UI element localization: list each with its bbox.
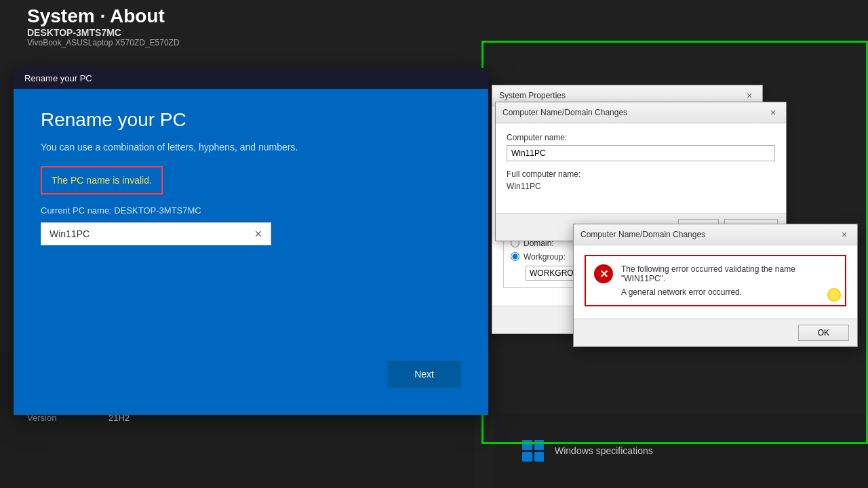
- cn-dialog-titlebar: Computer Name/Domain Changes ×: [496, 102, 786, 123]
- device-info-section: DESKTOP-3MTS7MC VivoBook_ASUSLaptop X570…: [27, 27, 180, 47]
- error-icon: ✕: [594, 264, 613, 283]
- rename-heading: Rename your PC: [41, 109, 461, 131]
- cn-computer-name-label: Computer name:: [507, 133, 775, 142]
- sys-props-title: System Properties: [499, 91, 566, 100]
- workgroup-radio[interactable]: [511, 252, 519, 261]
- rename-pc-dialog: Rename your PC Rename your PC You can us…: [14, 68, 488, 415]
- win-specs-title-2: Windows specifications: [555, 445, 653, 456]
- pc-name-input[interactable]: [41, 223, 246, 245]
- cn-full-name-field: Full computer name: Win11PC: [507, 169, 775, 191]
- cn-computer-name-input[interactable]: [507, 145, 775, 161]
- error-alert-dialog: Computer Name/Domain Changes × ✕ The fol…: [573, 224, 858, 347]
- cn-dialog-title: Computer Name/Domain Changes: [502, 108, 627, 117]
- page-title: System · About: [27, 0, 165, 27]
- cn-full-name-value: Win11PC: [507, 182, 775, 191]
- error-box: The PC name is invalid.: [41, 166, 163, 195]
- next-button[interactable]: Next: [387, 361, 461, 388]
- device-model: VivoBook_ASUSLaptop X570ZD_E570ZD: [27, 38, 180, 47]
- error-messages: The following error occurred validating …: [621, 264, 837, 297]
- error-dialog-body: ✕ The following error occurred validatin…: [574, 245, 857, 319]
- error-dialog-title: Computer Name/Domain Changes: [580, 230, 705, 239]
- rename-subtitle: You can use a combination of letters, hy…: [41, 142, 461, 152]
- workgroup-radio-label: Workgroup:: [524, 252, 566, 262]
- error-ok-button[interactable]: OK: [798, 325, 849, 341]
- rename-dialog-body: Rename your PC You can use a combination…: [14, 89, 488, 415]
- rename-dialog-titlebar: Rename your PC: [14, 68, 488, 89]
- error-dialog-titlebar: Computer Name/Domain Changes ×: [574, 224, 857, 245]
- sys-props-close-button[interactable]: ×: [743, 89, 755, 102]
- error-content-box: ✕ The following error occurred validatin…: [585, 255, 846, 306]
- current-pc-name-label: Current PC name: DESKTOP-3MTS7MC: [41, 205, 461, 216]
- rename-dialog-title: Rename your PC: [24, 73, 92, 83]
- error-line-2: A general network error occurred.: [621, 287, 837, 297]
- windows-logo-icon-2: [522, 440, 544, 462]
- cn-full-name-label: Full computer name:: [507, 169, 775, 179]
- error-dialog-close-button[interactable]: ×: [838, 228, 850, 241]
- clear-input-button[interactable]: ✕: [246, 223, 271, 245]
- error-line-1: The following error occurred validating …: [621, 264, 837, 283]
- cn-dialog-body: Computer name: Full computer name: Win11…: [496, 123, 786, 213]
- error-message: The PC name is invalid.: [52, 175, 152, 186]
- pc-name-input-container[interactable]: ✕: [41, 222, 271, 245]
- cn-dialog-close-button[interactable]: ×: [767, 106, 779, 119]
- error-dialog-footer: OK: [574, 319, 857, 346]
- windows-specs-bg-right: Windows specifications: [495, 413, 868, 488]
- device-name: DESKTOP-3MTS7MC: [27, 27, 180, 38]
- cn-computer-name-field: Computer name:: [507, 133, 775, 161]
- cn-domain-dialog: Computer Name/Domain Changes × Computer …: [495, 102, 787, 241]
